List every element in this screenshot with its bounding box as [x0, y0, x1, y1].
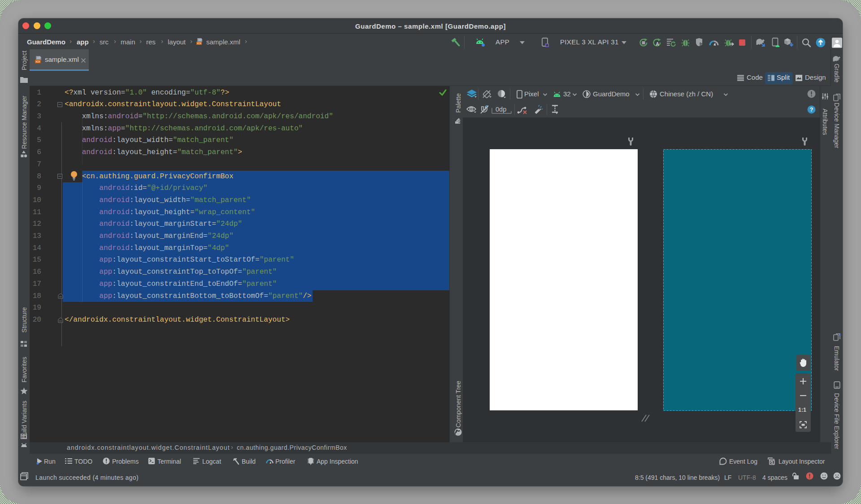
svg-text:?: ?: [810, 107, 813, 113]
svg-text:<>: <>: [197, 42, 201, 45]
svg-text:A: A: [656, 42, 659, 47]
svg-text:<>: <>: [36, 60, 40, 64]
